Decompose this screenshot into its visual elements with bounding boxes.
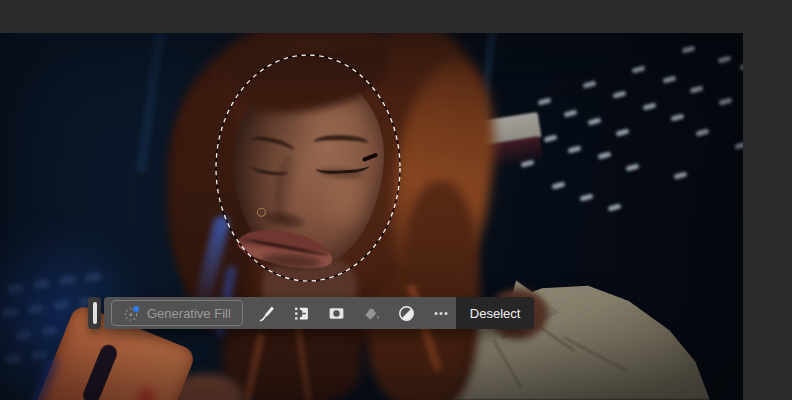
canvas-image[interactable] bbox=[0, 33, 743, 400]
invert-selection-button[interactable] bbox=[287, 300, 316, 326]
deselect-button[interactable]: Deselect bbox=[456, 297, 535, 329]
paint-bucket-icon bbox=[363, 305, 380, 322]
fill-selection-button[interactable] bbox=[357, 300, 386, 326]
create-adjustment-button[interactable] bbox=[392, 300, 421, 326]
mask-icon bbox=[328, 305, 345, 322]
taskbar-drag-handle[interactable] bbox=[88, 297, 101, 329]
drag-grip-icon bbox=[93, 302, 97, 324]
adjustment-half-circle-icon bbox=[398, 305, 415, 322]
brush-icon bbox=[258, 305, 275, 322]
selection-marching-ants bbox=[0, 33, 743, 400]
taskbar-tools bbox=[252, 300, 456, 326]
generative-fill-sparkle-icon bbox=[123, 305, 140, 322]
more-options-button[interactable] bbox=[427, 300, 456, 326]
modify-selection-button[interactable] bbox=[252, 300, 281, 326]
deselect-label: Deselect bbox=[470, 306, 521, 321]
contextual-taskbar: Generative Fill bbox=[104, 297, 528, 329]
generative-fill-button[interactable]: Generative Fill bbox=[111, 300, 243, 326]
create-mask-button[interactable] bbox=[322, 300, 351, 326]
invert-selection-icon bbox=[293, 305, 310, 322]
generative-fill-label: Generative Fill bbox=[147, 306, 231, 321]
ellipsis-icon bbox=[432, 305, 450, 322]
